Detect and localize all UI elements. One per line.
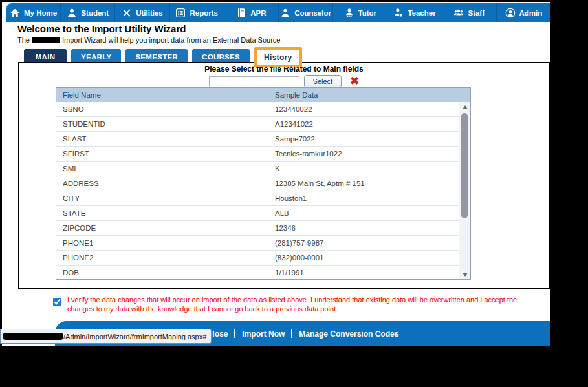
nav-item-admin[interactable]: Admin (496, 3, 550, 22)
tab-history[interactable]: History (254, 47, 301, 67)
table-row[interactable]: SLAST Sampe7022 (56, 132, 470, 147)
nav-item-utilities[interactable]: Utilities (114, 3, 169, 22)
tab-label: YEARLY (81, 53, 111, 61)
nav-item-label: Teacher (408, 9, 435, 17)
table-row[interactable]: STUDENTID A12341022 (56, 117, 470, 132)
redacted-domain (3, 333, 63, 340)
table-row[interactable]: ADDRESS 12385 Main St, Aptm # 151 (56, 176, 470, 191)
tab-label: MAIN (36, 53, 56, 61)
select-file-button[interactable]: Select (304, 75, 342, 88)
field-name-cell: PHONE1 (56, 236, 268, 250)
sample-data-cell: K (268, 162, 459, 176)
nav-item-my-home[interactable]: My Home (6, 3, 60, 22)
table-row[interactable]: CITY Houston1 (56, 191, 470, 206)
field-name-cell: CITY (56, 191, 268, 205)
reports-icon (175, 8, 186, 18)
sample-data-cell: 1/1/1991 (268, 266, 459, 279)
field-name-cell: ADDRESS (56, 176, 268, 191)
tab-label: History (264, 53, 292, 62)
field-name-cell: SFIRST (56, 147, 268, 161)
file-input[interactable] (209, 76, 299, 87)
book-icon (236, 8, 246, 18)
subtitle-prefix: The (17, 36, 30, 44)
red-x-icon[interactable]: ✖ (350, 75, 359, 88)
column-header-field-name: Field Name (56, 88, 268, 102)
nav-item-label: Admin (519, 9, 543, 17)
table-row[interactable]: ZIPCODE 12346 (56, 221, 470, 236)
footer-links: CloseImport NowManage Conversion Codes (201, 329, 406, 339)
verify-row: I verify the data changes that will occu… (50, 295, 532, 313)
sample-data-cell: (832)000-0001 (268, 251, 459, 265)
scroll-up-button[interactable] (459, 102, 470, 112)
tab-label: COURSES (202, 53, 240, 61)
header-scroll-spacer (459, 88, 470, 102)
field-name-cell: SSNO (56, 102, 268, 116)
file-select-row: Select ✖ (19, 74, 549, 89)
field-name-cell: STATE (56, 206, 268, 220)
subtitle-suffix: Import Wizard will help you import data … (62, 36, 280, 44)
sample-data-cell: 12346 (268, 221, 459, 235)
table-body: SSNO 123440022 STUDENTID A12341022 SLAST… (56, 102, 470, 279)
table-row[interactable]: DOB 1/1/1991 (56, 266, 470, 279)
nav-item-label: APR (250, 9, 266, 17)
scroll-down-icon (463, 273, 468, 277)
sample-data-cell: ALB (268, 206, 459, 220)
nav-item-teacher[interactable]: Teacher (387, 3, 441, 22)
scrollbar-thumb[interactable] (461, 113, 468, 218)
nav-item-tutor[interactable]: Tutor (332, 3, 387, 22)
home-icon (10, 8, 20, 18)
field-name-cell: PHONE2 (56, 251, 268, 265)
tab-label: SEMESTER (135, 53, 178, 61)
scroll-down-button[interactable] (459, 269, 470, 279)
page-subtitle: TheImport Wizard will help you import da… (17, 36, 280, 44)
table-row[interactable]: SMI K (56, 162, 470, 176)
field-name-cell: STUDENTID (56, 117, 268, 131)
footer-link-import-now[interactable]: Import Now (235, 329, 291, 339)
navbar: My Home Student Utilities Reports APR Co… (6, 3, 550, 22)
status-url-path: /Admin/ImportWizard/frmImportMaping.aspx… (63, 333, 206, 340)
staff-icon (453, 8, 464, 18)
nav-item-label: Staff (468, 9, 485, 17)
counselor-icon (280, 8, 290, 18)
nav-item-counselor[interactable]: Counselor (278, 3, 332, 22)
tools-icon (122, 8, 132, 18)
table-row[interactable]: STATE ALB (56, 206, 470, 221)
nav-item-student[interactable]: Student (60, 3, 114, 22)
sample-data-cell: 123440022 (268, 102, 459, 116)
nav-item-staff[interactable]: Staff (442, 3, 496, 22)
status-bar: /Admin/ImportWizard/frmImportMaping.aspx… (0, 329, 212, 344)
nav-item-apr[interactable]: APR (224, 3, 278, 22)
import-wizard-panel: Please Select the file Related to Main f… (18, 62, 550, 289)
nav-item-label: My Home (24, 9, 57, 17)
sample-data-cell: 12385 Main St, Aptm # 151 (268, 176, 459, 191)
table-row[interactable]: SFIRST Tecnics-ramkur1022 (56, 147, 470, 162)
field-name-cell: ZIPCODE (56, 221, 268, 235)
tutor-icon (344, 8, 354, 18)
nav-item-label: Tutor (358, 9, 377, 17)
field-name-cell: SMI (56, 162, 268, 176)
vertical-scrollbar[interactable] (459, 102, 470, 279)
field-name-cell: DOB (56, 266, 268, 279)
teacher-icon (393, 8, 404, 18)
table-row[interactable]: PHONE1 (281)757-9987 (56, 236, 470, 251)
table-row[interactable]: SSNO 123440022 (56, 102, 470, 117)
scroll-up-icon (463, 105, 468, 109)
column-header-sample-data: Sample Data (268, 88, 459, 102)
sample-data-cell: Sampe7022 (268, 132, 459, 146)
nav-item-label: Counselor (294, 9, 331, 17)
sample-data-cell: Tecnics-ramkur1022 (268, 147, 459, 161)
nav-item-label: Reports (190, 9, 217, 17)
table-row[interactable]: PHONE2 (832)000-0001 (56, 251, 470, 266)
sample-data-cell: Houston1 (268, 191, 459, 205)
nav-item-label: Utilities (136, 9, 163, 17)
page-title: Welcome to the Import Utility Wizard (17, 23, 186, 34)
app-window: My Home Student Utilities Reports APR Co… (2, 2, 550, 346)
redacted-text (32, 37, 60, 43)
footer-link-manage-conversion-codes[interactable]: Manage Conversion Codes (292, 329, 405, 339)
nav-item-reports[interactable]: Reports (169, 3, 224, 22)
verify-checkbox[interactable] (53, 298, 61, 306)
field-name-cell: SLAST (56, 132, 268, 146)
table-header: Field Name Sample Data (56, 88, 470, 102)
nav-item-label: Student (81, 9, 109, 17)
field-mapping-table: Field Name Sample Data SSNO 123440022 ST… (56, 87, 471, 280)
